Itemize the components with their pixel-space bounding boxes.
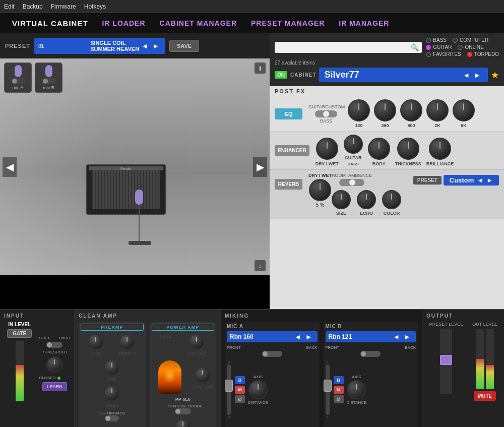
radio-favorites[interactable]: FAVORITES [426,51,461,57]
eq-knob-2k-control[interactable] [426,99,449,121]
preamp-bass-knob[interactable] [104,385,120,401]
preset-fader-track[interactable] [440,329,452,394]
mic-b-toggle[interactable] [42,78,56,84]
gate-button[interactable]: GATE [7,329,32,338]
mic-thumb-a[interactable]: mic A [4,63,32,93]
cabinet-next-button[interactable]: ▶ [253,157,267,177]
mic-thumb-b[interactable]: mic B [35,63,62,93]
mic-a-b-button[interactable]: B [235,376,245,384]
eq-button[interactable]: EQ [275,108,302,119]
save-button[interactable]: SAVE [169,40,199,52]
gain-knob[interactable] [88,334,104,350]
guitar-bass-toggle-track[interactable] [105,415,119,421]
eq-knob-800-control[interactable] [400,99,422,121]
radio-online[interactable]: ONLINE [458,44,483,50]
eq-knob-120-control[interactable] [348,99,370,121]
mic-a-phase-button[interactable]: Ø [235,395,245,403]
menu-hotkeys[interactable]: Hotkeys [84,3,106,10]
info-button[interactable]: i [255,63,266,74]
room-toggle-track[interactable] [339,179,364,186]
filter-col2: GUITAR ONLINE [426,44,499,50]
mic-a-next-btn[interactable]: ► [303,333,314,341]
mic-a-channel: MIC A Rbn 160 ◄ ► FRONT BACK ○ [225,322,320,427]
mic-a-fader-track[interactable] [227,364,231,415]
menu-firmware[interactable]: Firmware [51,3,76,10]
mute-button[interactable]: MUTE [474,391,496,401]
mic-b-axis-wrap: AXIS DISTANCE [347,375,367,405]
mic-a-front-label: FRONT [227,345,241,350]
mic-b-front-back-toggle[interactable] [360,351,381,357]
depth-knob[interactable] [175,418,191,427]
mic-a-prev-btn[interactable]: ◄ [292,333,303,341]
cabinet-prev-button[interactable]: ◀ [3,157,17,177]
enhancer-guitar-knob[interactable] [344,135,363,154]
reverb-custom-box[interactable]: Custom ◄ ► [444,175,499,186]
favorite-star-button[interactable]: ★ [491,70,499,81]
enhancer-body-knob[interactable] [368,138,390,160]
mic-b-axis-knob[interactable] [347,380,366,399]
radio-guitar[interactable]: GUITAR [426,44,452,50]
mic-a-m-button[interactable]: M [235,386,245,394]
pentode-triode-toggle: PENTODE TRIODE [152,404,215,416]
pentode-triode-track[interactable] [175,408,191,414]
reverb-custom-next[interactable]: ► [486,176,493,184]
mid-knob[interactable] [104,359,120,376]
output-vu-bar-right [486,365,494,389]
reverb-button[interactable]: REVERB [275,179,302,190]
enhancer-brilliance-knob[interactable] [429,138,451,160]
enhancer-thickness-label: THICKNESS [395,161,421,166]
reverb-echo-knob[interactable] [357,190,376,209]
volume-knob[interactable] [188,334,205,350]
menu-backup[interactable]: Backup [23,3,43,10]
down-button[interactable]: ↓ [255,260,266,271]
cabinet-prev-btn[interactable]: ◄ [461,71,472,79]
preset-selector[interactable]: 01 SINGLE COIL SUMMER HEAVEN ◄ ► [34,38,165,54]
reverb-drywet-label: DRY I WET [308,173,332,178]
mic-a-toggle[interactable] [11,78,25,84]
mic-b-fader-bottom: ○ [326,415,329,419]
mic-b-selector[interactable]: Rbn 121 ◄ ► [326,331,416,342]
mic-b-b-button[interactable]: B [334,376,344,384]
tab-ir-loader[interactable]: IR LOADER [95,17,153,29]
mic-b-phase-button[interactable]: Ø [334,395,344,403]
radio-computer[interactable]: COMPUTER [453,37,488,43]
tab-cabinet-manager[interactable]: CABINET MANAGER [153,17,244,29]
tab-preset-manager[interactable]: PRESET MANAGER [244,17,332,29]
soft-hard-toggle[interactable] [46,342,62,348]
eq-knob-6k-control[interactable] [453,99,475,121]
reverb-custom-prev[interactable]: ◄ [477,176,483,184]
preset-next-btn[interactable]: ► [150,42,161,50]
tab-ir-manager[interactable]: IR MANAGER [332,17,396,29]
reverb-size-knob[interactable] [332,190,351,209]
preset-prev-btn[interactable]: ◄ [139,42,150,50]
mic-a-selector[interactable]: Rbn 160 ◄ ► [227,331,318,342]
mic-a-axis-knob[interactable] [248,380,268,399]
enhancer-thickness-knob[interactable] [397,138,419,160]
tab-virtual-cabinet[interactable]: VIRTUAL CABINET [5,17,95,30]
enhancer-drywet-knob[interactable] [316,138,338,160]
reverb-color-knob[interactable] [382,190,401,209]
mic-b-m-button[interactable]: M [334,386,344,394]
mic-b-prev-btn[interactable]: ◄ [391,333,402,341]
reverb-drywet-knob[interactable] [309,179,331,201]
threshold-knob[interactable] [46,356,62,373]
eq-toggle-track[interactable] [315,110,337,117]
enhancer-button[interactable]: ENHANCER [275,145,309,156]
mic-b-buttons: B M Ø [334,376,344,403]
eq-knob-360-control[interactable] [374,99,396,121]
treble-knob[interactable] [119,334,135,350]
search-input[interactable] [275,42,422,53]
cabinet-name-box[interactable]: Silver77 ◄ ► [319,68,488,82]
reverb-echo-label: ECHO [360,211,373,216]
mic-a-front-back-toggle[interactable] [262,351,282,357]
on-badge[interactable]: ON [275,71,287,79]
reverb-left: DRY I WET 5 % [308,173,332,208]
menu-edit[interactable]: Edit [4,3,15,10]
cabinet-next-btn[interactable]: ► [472,71,483,79]
radio-bass[interactable]: BASS [426,37,447,43]
mic-b-next-btn[interactable]: ► [402,333,413,341]
mic-b-fader-track[interactable] [326,364,330,415]
radio-torpedo[interactable]: TORPEDO [467,51,499,57]
learn-button[interactable]: LEARN [42,382,67,391]
contour-knob[interactable] [195,367,211,383]
